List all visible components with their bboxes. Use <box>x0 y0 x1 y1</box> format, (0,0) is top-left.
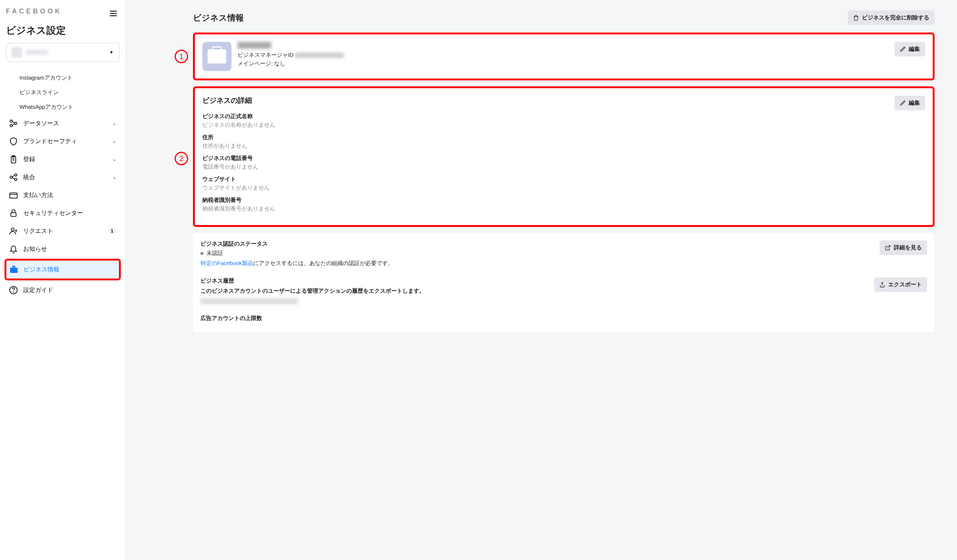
sidebar-item-setup-guide[interactable]: 設定ガイド <box>6 281 119 299</box>
sidebar-item-notifications[interactable]: お知らせ <box>6 240 119 258</box>
sidebar-item-business-info[interactable]: ビジネス情報 <box>6 260 119 279</box>
share-arrow-icon <box>879 282 885 288</box>
annotation-1: 1 <box>175 50 188 63</box>
business-header-card: 1 ビジネスマネージャID メインページ: なし 編集 <box>193 33 935 80</box>
nav-label: セキュリティセンター <box>23 209 116 217</box>
svg-line-16 <box>12 178 14 179</box>
facebook-logo: FACEBOOK <box>6 8 62 15</box>
svg-point-5 <box>10 125 12 127</box>
main-content: ビジネス情報 ビジネスを完全に削除する 1 ビジネスマネージャID メインページ… <box>126 0 957 560</box>
account-name-redacted <box>26 50 48 55</box>
svg-line-6 <box>12 121 14 123</box>
annotation-2: 2 <box>175 152 188 165</box>
verification-desc: にアクセスするには、あなたの組織の認証が必要です。 <box>253 260 393 266</box>
status-dot-icon <box>201 252 204 255</box>
sidebar-item-requests[interactable]: リクエスト 1 <box>6 222 119 240</box>
details-section-title: ビジネスの詳細 <box>202 96 275 106</box>
svg-rect-17 <box>10 193 17 198</box>
sidebar-item-integration[interactable]: 統合 ⌄ <box>6 168 119 186</box>
nav-label: 支払い方法 <box>23 191 116 199</box>
svg-point-3 <box>10 120 12 122</box>
svg-line-15 <box>12 175 14 177</box>
nav-label: 設定ガイド <box>23 286 116 294</box>
clipboard-icon <box>9 155 18 164</box>
detail-value: ウェブサイトがありません <box>202 184 275 191</box>
detail-label: ウェブサイト <box>202 176 275 183</box>
chevron-down-icon: ⌄ <box>112 175 116 180</box>
nav-label: お知らせ <box>23 245 116 253</box>
detail-value: ビジネスの名称がありません <box>202 121 275 129</box>
account-avatar <box>12 47 22 58</box>
chevron-down-icon: ⌄ <box>112 121 116 126</box>
history-title: ビジネス履歴 <box>201 278 425 284</box>
detail-label: ビジネスの電話番号 <box>202 155 275 162</box>
account-selector[interactable]: ▼ <box>6 43 119 62</box>
nav-label: 統合 <box>23 174 107 181</box>
credit-card-icon <box>9 191 18 200</box>
svg-point-4 <box>14 122 17 125</box>
view-details-button[interactable]: 詳細を見る <box>880 240 927 255</box>
business-id-redacted <box>295 53 344 58</box>
svg-point-14 <box>14 178 17 181</box>
share-nodes-icon <box>9 119 18 128</box>
business-details-card: 2 ビジネスの詳細 ビジネスの正式名称 ビジネスの名称がありません 住所 住所が… <box>193 86 935 227</box>
business-name-redacted <box>237 42 271 49</box>
sidebar-item-registration[interactable]: 登録 ⌄ <box>6 150 119 168</box>
ad-account-limit-title: 広告アカウントの上限数 <box>201 315 927 322</box>
history-redacted <box>201 298 298 304</box>
lock-icon <box>9 208 18 218</box>
sidebar-item-brand-safety[interactable]: ブランドセーフティ ⌄ <box>6 133 119 150</box>
history-desc: このビジネスアカウントのユーザーによる管理アクションの履歴をエクスポートします。 <box>201 287 425 295</box>
business-id-label: ビジネスマネージャID <box>237 52 294 59</box>
person-plus-icon <box>9 227 18 235</box>
sidebar-sub-whatsapp[interactable]: WhatsAppアカウント <box>6 100 119 114</box>
chevron-down-icon: ▼ <box>109 50 114 55</box>
briefcase-icon <box>9 265 18 274</box>
request-count-badge: 1 <box>108 228 116 234</box>
svg-line-7 <box>12 124 14 125</box>
shield-icon <box>9 137 18 146</box>
detail-value: 住所がありません <box>202 142 275 150</box>
svg-point-13 <box>14 174 17 176</box>
sidebar-sub-business-line[interactable]: ビジネスライン <box>6 85 119 100</box>
delete-business-button[interactable]: ビジネスを完全に削除する <box>848 11 935 25</box>
main-title: ビジネス情報 <box>193 12 244 24</box>
pencil-icon <box>900 100 906 106</box>
detail-value: 納税者識別番号がありません <box>202 205 275 212</box>
chevron-down-icon: ⌄ <box>112 157 116 162</box>
sidebar-sub-instagram[interactable]: Instagramアカウント <box>6 71 119 85</box>
bell-icon <box>9 245 18 254</box>
main-page-value: メインページ: なし <box>237 60 344 67</box>
export-button[interactable]: エクスポート <box>874 278 927 292</box>
detail-label: 住所 <box>202 134 275 141</box>
nav-label: データソース <box>23 120 107 128</box>
sidebar: FACEBOOK ビジネス設定 ▼ Instagramアカウント ビジネスライン… <box>0 0 126 560</box>
page-title: ビジネス設定 <box>6 24 119 37</box>
svg-rect-19 <box>11 213 16 216</box>
nav-label: リクエスト <box>23 227 103 235</box>
verification-status: 未認証 <box>207 250 223 257</box>
edit-details-button[interactable]: 編集 <box>895 96 925 110</box>
detail-label: ビジネスの正式名称 <box>202 113 275 120</box>
chevron-down-icon: ⌄ <box>112 139 116 144</box>
verification-title: ビジネス認証のステータス <box>201 240 393 248</box>
detail-value: 電話番号がありません <box>202 163 275 170</box>
facebook-products-link[interactable]: 特定のFacebook製品 <box>201 260 253 266</box>
trash-icon <box>853 15 859 21</box>
nav-label: ビジネス情報 <box>24 266 116 274</box>
question-circle-icon <box>9 286 18 295</box>
nav-label: 登録 <box>23 156 107 163</box>
integration-icon <box>9 173 18 182</box>
sidebar-item-payment[interactable]: 支払い方法 <box>6 186 119 204</box>
svg-point-12 <box>10 176 12 178</box>
pencil-icon <box>900 46 906 52</box>
svg-point-20 <box>11 228 14 231</box>
business-briefcase-icon <box>202 42 232 71</box>
edit-business-header-button[interactable]: 編集 <box>895 42 925 57</box>
detail-label: 納税者識別番号 <box>202 197 275 204</box>
svg-point-24 <box>13 292 14 292</box>
hamburger-menu-icon[interactable] <box>107 8 119 21</box>
verification-card: ビジネス認証のステータス 未認証 特定のFacebook製品にアクセスするには、… <box>193 233 935 332</box>
sidebar-item-security[interactable]: セキュリティセンター <box>6 204 119 222</box>
sidebar-item-data-sources[interactable]: データソース ⌄ <box>6 114 119 133</box>
